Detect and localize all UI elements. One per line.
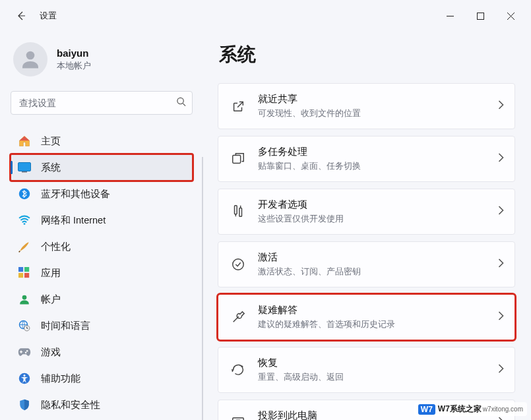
svg-point-18 [26,350,28,352]
sidebar-item-bluetooth[interactable]: 蓝牙和其他设备 [11,181,193,207]
watermark: W7 W7系统之家 w7xitong.com [414,402,527,416]
watermark-text: W7系统之家 [438,404,482,415]
bluetooth-icon [17,187,32,201]
card-multitasking[interactable]: 多任务处理贴靠窗口、桌面、任务切换 [218,136,515,182]
svg-line-6 [183,104,185,106]
chevron-right-icon [498,206,504,218]
svg-rect-13 [18,273,23,278]
minimize-icon [447,13,454,20]
project-icon [230,415,246,420]
chevron-right-icon [498,364,504,376]
svg-point-19 [25,352,27,354]
sidebar-item-personalization[interactable]: 个性化 [11,233,193,260]
card-troubleshoot[interactable]: 疑难解答建议的疑难解答、首选项和历史记录 [218,294,515,340]
profile-name: baiyun [57,47,91,59]
close-icon [507,13,515,20]
check-circle-icon [230,256,246,272]
card-developers[interactable]: 开发者选项这些设置仅供开发使用 [218,189,515,235]
svg-point-15 [22,295,27,300]
card-recovery[interactable]: 恢复重置、高级启动、返回 [218,347,515,393]
sidebar-item-label: 辅助功能 [41,373,80,385]
svg-point-25 [233,259,244,270]
watermark-url: w7xitong.com [483,405,523,413]
card-sub: 贴靠窗口、桌面、任务切换 [258,160,498,172]
sidebar-item-label: 帐户 [41,293,61,306]
svg-rect-24 [239,208,242,217]
sidebar-item-label: 个性化 [41,241,71,253]
sidebar-item-label: 系统 [41,162,61,174]
svg-rect-14 [24,273,29,278]
window-title: 设置 [40,10,57,22]
maximize-icon [477,13,484,20]
chevron-right-icon [498,100,504,112]
card-sub: 重置、高级启动、返回 [258,371,498,383]
globe-clock-icon [17,318,32,333]
arrow-left-icon [16,11,26,21]
chevron-right-icon [498,417,504,420]
card-nearby-sharing[interactable]: 就近共享可发现性、收到文件的位置 [218,83,515,129]
sidebar-item-label: 时间和语言 [41,320,90,332]
close-button[interactable] [495,5,526,26]
wrench-icon [230,309,246,325]
svg-point-21 [24,375,26,376]
svg-rect-12 [24,267,29,272]
recovery-icon [230,362,246,378]
sidebar-item-label: 网络和 Internet [41,214,106,227]
developer-icon [230,204,246,220]
sidebar-item-system[interactable]: 系统 [11,154,193,181]
page-title: 系统 [219,42,515,67]
sidebar-item-apps[interactable]: 应用 [11,260,193,286]
svg-point-9 [19,189,30,200]
card-activation[interactable]: 激活激活状态、订阅、产品密钥 [218,241,515,287]
card-title: 激活 [258,251,498,264]
svg-rect-7 [18,163,31,171]
svg-point-4 [26,51,35,60]
card-sub: 这些设置仅供开发使用 [258,213,498,225]
sidebar-item-privacy[interactable]: 隐私和安全性 [11,392,193,418]
home-icon [17,134,32,148]
main-content: 系统 就近共享可发现性、收到文件的位置 多任务处理贴靠窗口、桌面、任务切换 开发… [203,32,531,420]
svg-rect-22 [233,156,241,164]
brush-icon [17,239,32,254]
chevron-right-icon [498,311,504,323]
share-icon [230,98,246,114]
card-sub: 可发现性、收到文件的位置 [258,107,498,119]
sidebar-item-accounts[interactable]: 帐户 [11,286,193,313]
back-button[interactable] [11,5,32,26]
card-title: 开发者选项 [258,198,498,211]
maximize-button[interactable] [465,5,495,26]
sidebar-item-home[interactable]: 主页 [11,128,193,154]
svg-rect-8 [22,171,27,173]
minimize-button[interactable] [435,5,465,26]
user-icon [18,47,42,71]
chevron-right-icon [498,258,504,270]
watermark-badge: W7 [418,404,435,415]
svg-point-10 [24,223,26,225]
sidebar-item-network[interactable]: 网络和 Internet [11,207,193,233]
search-icon [176,97,186,109]
avatar [13,42,47,76]
titlebar: 设置 [0,0,531,32]
card-sub: 建议的疑难解答、首选项和历史记录 [258,318,498,330]
profile-block[interactable]: baiyun 本地帐户 [13,42,193,76]
card-title: 多任务处理 [258,146,498,158]
gamepad-icon [17,345,32,359]
sidebar-item-label: 游戏 [41,346,61,359]
svg-rect-11 [18,267,23,272]
system-icon [17,160,32,175]
card-title: 就近共享 [258,93,498,105]
sidebar-item-accessibility[interactable]: 辅助功能 [11,365,193,392]
wifi-icon [17,213,32,227]
chevron-right-icon [498,153,504,165]
sidebar-item-label: 蓝牙和其他设备 [41,188,110,200]
apps-icon [17,266,32,280]
sidebar-item-gaming[interactable]: 游戏 [11,339,193,365]
sidebar-item-label: 应用 [41,267,61,280]
sidebar-item-time[interactable]: 时间和语言 [11,313,193,339]
search-input[interactable] [11,91,193,115]
svg-rect-23 [235,206,237,214]
multitask-icon [230,151,246,167]
sidebar: baiyun 本地帐户 主页 系统 蓝牙和其他设备 [0,32,203,420]
shield-icon [17,398,32,412]
sidebar-divider [202,157,203,420]
